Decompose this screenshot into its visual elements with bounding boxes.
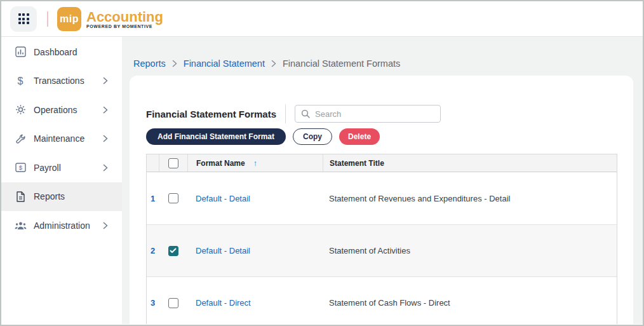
breadcrumb-link-reports[interactable]: Reports — [133, 58, 166, 69]
sidebar-item-transactions[interactable]: $Transactions — [1, 67, 122, 96]
select-all-cell — [159, 154, 187, 172]
search-icon — [301, 109, 310, 118]
row-checkbox[interactable] — [168, 246, 178, 256]
table-row: 2Default - DetailStatement of Activities — [147, 224, 617, 276]
select-all-checkbox[interactable] — [168, 158, 178, 168]
payroll-icon: $ — [14, 162, 27, 173]
people-icon — [14, 220, 27, 231]
sidebar-item-operations[interactable]: Operations — [1, 95, 122, 125]
row-number: 3 — [151, 298, 155, 308]
chevron-right-icon — [103, 77, 108, 85]
sidebar-item-maintenance[interactable]: Maintenance — [1, 125, 122, 154]
row-checkbox[interactable] — [168, 298, 178, 308]
main-card: Financial Statement Formats Add Financia… — [130, 76, 633, 324]
table-row: 1Default - DetailStatement of Revenues a… — [147, 172, 617, 224]
sidebar-item-administration[interactable]: Administration — [1, 211, 122, 240]
row-number: 2 — [151, 246, 155, 255]
copy-button[interactable]: Copy — [293, 128, 332, 145]
row-number-column-header — [147, 154, 159, 172]
sidebar-item-label: Dashboard — [34, 47, 77, 57]
row-number: 1 — [151, 194, 155, 203]
title-divider — [285, 104, 286, 123]
table-header-row: Format Name ↑ Statement Title — [147, 154, 617, 172]
formats-table: Format Name ↑ Statement Title 1Default -… — [146, 154, 617, 324]
column-header-format-name[interactable]: Format Name ↑ — [187, 154, 323, 172]
statement-title-text: Statement of Revenues and Expenditures -… — [329, 194, 510, 203]
header-divider — [47, 11, 48, 27]
mip-logo-text: mip — [60, 13, 79, 25]
format-name-link[interactable]: Default - Detail — [196, 194, 250, 203]
search-box — [295, 105, 441, 123]
sidebar-item-label: Payroll — [34, 163, 61, 173]
sidebar-item-label: Reports — [34, 191, 65, 201]
chevron-right-icon — [103, 135, 108, 142]
brand: Accounting POWERED BY MOMENTIVE — [86, 10, 163, 29]
sidebar-item-dashboard[interactable]: Dashboard — [1, 37, 122, 67]
chevron-right-icon — [103, 222, 108, 229]
column-header-statement-title[interactable]: Statement Title — [323, 154, 617, 172]
chevron-right-icon — [103, 164, 108, 172]
page-title: Financial Statement Formats — [146, 109, 276, 119]
sort-asc-icon[interactable]: ↑ — [253, 158, 258, 168]
statement-title-text: Statement of Activities — [329, 246, 410, 255]
sidebar-item-payroll[interactable]: $Payroll — [1, 153, 122, 182]
table-body: 1Default - DetailStatement of Revenues a… — [147, 172, 617, 324]
content-area: Reports Financial Statement Financial St… — [122, 37, 643, 324]
svg-text:$: $ — [18, 164, 22, 171]
sidebar-item-label: Administration — [34, 221, 90, 231]
mip-logo: mip — [57, 7, 81, 31]
delete-button[interactable]: Delete — [339, 128, 380, 145]
sidebar: Dashboard$TransactionsOperationsMaintena… — [1, 37, 122, 324]
breadcrumb-link-financial-statement[interactable]: Financial Statement — [184, 58, 265, 69]
gear-icon — [14, 104, 27, 116]
chevron-right-icon — [103, 106, 108, 114]
format-name-link[interactable]: Default - Direct — [196, 298, 251, 308]
breadcrumb: Reports Financial Statement Financial St… — [122, 37, 643, 76]
dollar-icon: $ — [14, 75, 27, 86]
app-name: Accounting — [86, 10, 163, 24]
app-tagline: POWERED BY MOMENTIVE — [86, 24, 163, 29]
breadcrumb-current: Financial Statement Formats — [283, 58, 400, 69]
add-financial-statement-format-button[interactable]: Add Financial Statement Format — [146, 128, 286, 145]
search-input[interactable] — [315, 109, 434, 119]
document-icon — [14, 191, 27, 202]
format-name-link[interactable]: Default - Detail — [196, 246, 250, 255]
app-launcher-button[interactable] — [10, 6, 37, 32]
svg-text:$: $ — [18, 76, 23, 86]
sidebar-item-label: Maintenance — [34, 133, 84, 144]
top-header: mip Accounting POWERED BY MOMENTIVE — [1, 1, 643, 37]
dashboard-icon — [14, 46, 27, 58]
statement-title-text: Statement of Cash Flows - Direct — [329, 298, 450, 308]
chevron-right-icon — [172, 60, 177, 67]
table-row: 3Default - DirectStatement of Cash Flows… — [147, 276, 617, 324]
row-checkbox[interactable] — [168, 193, 178, 203]
sidebar-item-reports[interactable]: Reports — [1, 182, 122, 212]
sidebar-item-label: Operations — [34, 105, 77, 115]
sidebar-item-label: Transactions — [34, 76, 84, 86]
wrench-icon — [14, 133, 27, 144]
grid-icon — [18, 13, 29, 24]
chevron-right-icon — [271, 60, 276, 67]
